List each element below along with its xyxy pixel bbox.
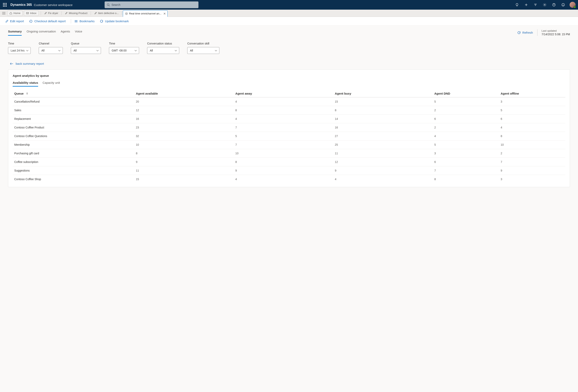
available-cell: 12 xyxy=(134,106,234,115)
away-cell: 4 xyxy=(234,97,333,106)
column-agent-dnd[interactable]: Agent DND xyxy=(433,90,499,97)
filter-label: Channel xyxy=(39,42,63,45)
available-cell: 16 xyxy=(134,115,234,123)
view-tab-ongoing[interactable]: Ongoing conversation xyxy=(27,30,56,36)
offline-cell: 3 xyxy=(499,175,566,184)
inner-tab-capacity[interactable]: Capacity unit xyxy=(43,81,60,87)
filter-select[interactable]: All xyxy=(39,47,63,54)
tab-divider xyxy=(122,11,122,15)
session-tabs: Home Inbox Fix dryer Missing Product Ite… xyxy=(0,10,578,17)
tab-fix-dryer[interactable]: Fix dryer xyxy=(42,10,61,16)
tab-realtime-omnichannel[interactable]: Real time omnichannel an... xyxy=(123,10,168,17)
svg-point-12 xyxy=(563,4,563,5)
filter-group: Conversation skillAll xyxy=(187,42,219,54)
offline-cell: 7 xyxy=(499,158,566,166)
agent-queue-table: Queue Agent available Agent away Agent b… xyxy=(13,90,565,183)
view-tab-summary[interactable]: Summary xyxy=(8,30,22,36)
table-row[interactable]: Sales128825 xyxy=(13,106,565,115)
queue-cell: Contoso Coffee Shop xyxy=(13,175,134,184)
checkout-default-report-label: Checkout default report xyxy=(34,19,66,23)
edit-report-label: Edit report xyxy=(10,19,24,23)
view-tab-agents[interactable]: Agents xyxy=(61,30,70,36)
filter-group: ChannelAll xyxy=(39,42,63,54)
busy-cell: 14 xyxy=(333,115,433,123)
menu-icon[interactable] xyxy=(1,11,6,16)
tab-fix-dryer-label: Fix dryer xyxy=(48,12,58,15)
dnd-cell: 2 xyxy=(433,123,499,132)
queue-cell: Membership xyxy=(13,141,134,149)
away-cell: 5 xyxy=(234,132,333,141)
queue-cell: Coffee subscription xyxy=(13,158,134,166)
table-row[interactable]: Contoso Coffee Product2371624 xyxy=(13,123,565,132)
tab-close-button[interactable] xyxy=(163,12,166,15)
app-launcher[interactable] xyxy=(1,1,8,8)
dnd-cell: 8 xyxy=(433,175,499,184)
tab-divider xyxy=(91,11,91,15)
table-row[interactable]: Membership10725510 xyxy=(13,141,565,149)
filter-select[interactable]: Last 24 hrs xyxy=(8,47,31,54)
filter-label: Queue xyxy=(71,42,101,45)
table-row[interactable]: Cancellation/Refund2041553 xyxy=(13,97,565,106)
queue-cell: Cancellation/Refund xyxy=(13,97,134,106)
update-bookmark-button[interactable]: Update bookmark xyxy=(100,19,129,23)
dnd-cell: 3 xyxy=(433,149,499,158)
table-row[interactable]: Contoso Coffee Shop154483 xyxy=(13,175,565,184)
global-search[interactable] xyxy=(104,1,198,8)
bookmarks-button[interactable]: Bookmarks xyxy=(75,19,95,23)
filter-group: TimeGMT -08:00 xyxy=(109,42,139,54)
offline-cell: 8 xyxy=(499,132,566,141)
tab-inbox[interactable]: Inbox xyxy=(24,11,39,16)
filter-group: Conversation statusAll xyxy=(147,42,179,54)
view-tab-voice[interactable]: Voice xyxy=(75,30,82,36)
svg-point-26 xyxy=(75,21,75,21)
available-cell: 9 xyxy=(134,158,234,166)
back-summary-report[interactable]: back summary report xyxy=(10,62,570,65)
chevron-down-icon xyxy=(58,49,61,52)
refresh-button[interactable]: Refresh xyxy=(517,31,533,35)
offline-cell: 6 xyxy=(499,115,566,123)
filter-select[interactable]: All xyxy=(187,47,219,54)
tab-divider xyxy=(61,11,62,15)
tab-home-label: Home xyxy=(13,12,20,15)
tab-home[interactable]: Home xyxy=(7,11,23,16)
filter-icon[interactable] xyxy=(531,1,539,9)
filter-select[interactable]: GMT -08:00 xyxy=(109,47,139,54)
filter-select[interactable]: All xyxy=(147,47,179,54)
column-agent-busy[interactable]: Agent busy xyxy=(333,90,433,97)
busy-cell: 16 xyxy=(333,123,433,132)
checkout-default-report-button[interactable]: Checkout default report xyxy=(29,19,66,23)
column-agent-available[interactable]: Agent available xyxy=(134,90,234,97)
table-row[interactable]: Replacement1641466 xyxy=(13,115,565,123)
table-row[interactable]: Coffee subscription981267 xyxy=(13,158,565,166)
column-agent-offline[interactable]: Agent offline xyxy=(499,90,566,97)
table-row[interactable]: Contoso Coffee Questions3252748 xyxy=(13,132,565,141)
feedback-icon[interactable] xyxy=(559,1,567,9)
tab-item-defective[interactable]: Item defective o... xyxy=(92,10,121,16)
search-input[interactable] xyxy=(111,3,196,6)
last-updated: Last updated 7/14/2022 5:08: 15 PM xyxy=(537,29,570,36)
lightbulb-icon[interactable] xyxy=(513,1,521,9)
busy-cell: 9 xyxy=(333,166,433,175)
away-cell: 7 xyxy=(234,141,333,149)
column-queue[interactable]: Queue xyxy=(13,90,134,97)
tab-realtime-label: Real time omnichannel an... xyxy=(129,12,161,15)
away-cell: 9 xyxy=(234,166,333,175)
user-avatar[interactable] xyxy=(570,2,576,8)
help-icon[interactable] xyxy=(550,1,558,9)
table-row[interactable]: Suggestions119979 xyxy=(13,166,565,175)
svg-point-25 xyxy=(75,20,75,21)
add-icon[interactable] xyxy=(522,1,530,9)
svg-point-27 xyxy=(75,22,75,22)
column-agent-away[interactable]: Agent away xyxy=(234,90,333,97)
offline-cell: 3 xyxy=(499,97,566,106)
filter-select[interactable]: All xyxy=(71,47,101,54)
edit-report-button[interactable]: Edit report xyxy=(5,19,24,23)
available-cell: 20 xyxy=(134,97,234,106)
tab-missing-product[interactable]: Missing Product xyxy=(62,10,90,16)
filter-group: QueueAll xyxy=(71,42,101,54)
dnd-cell: 2 xyxy=(433,106,499,115)
dnd-cell: 6 xyxy=(433,158,499,166)
settings-icon[interactable] xyxy=(541,1,549,9)
table-row[interactable]: Purchasing gift card8101132 xyxy=(13,149,565,158)
inner-tab-availability[interactable]: Availability status xyxy=(13,81,38,87)
